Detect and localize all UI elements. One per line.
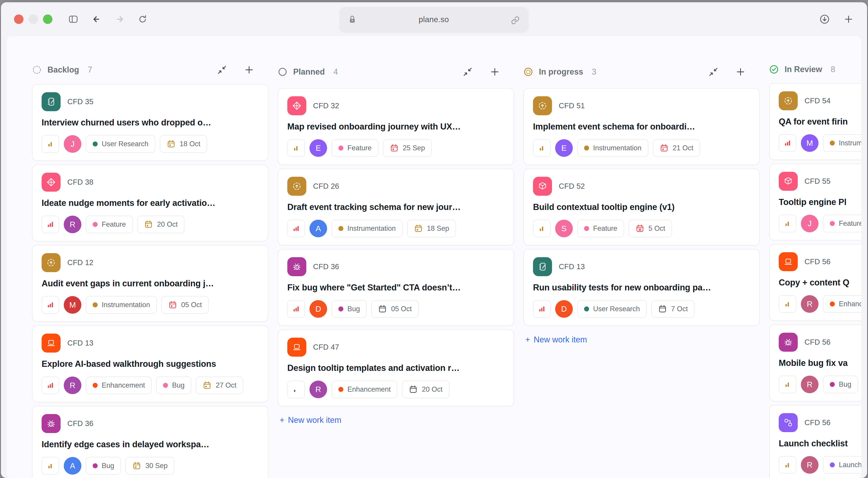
priority-chip[interactable] [533,139,551,157]
assignee-avatar[interactable]: A [309,220,327,237]
work-item-card[interactable]: CFD 13Run usability tests for new onboar… [524,249,760,326]
priority-chip[interactable] [287,139,305,157]
add-work-item-button[interactable] [735,67,746,77]
due-date-chip[interactable]: 20 Oct [402,381,449,398]
assignee-avatar[interactable]: E [555,139,573,157]
label-chip[interactable]: Feature [577,220,624,237]
priority-chip[interactable] [41,135,59,153]
priority-chip[interactable] [287,300,305,318]
priority-chip[interactable] [779,456,796,474]
label-chip[interactable]: Instrumentation [823,134,861,152]
url-text[interactable]: plane.so [357,15,510,24]
work-item-card[interactable]: CFD 35Interview churned users who droppe… [32,84,268,161]
work-item-card[interactable]: CFD 38Ideate nudge moments for early act… [32,164,268,242]
priority-chip[interactable] [41,457,59,475]
priority-chip[interactable] [779,134,796,152]
download-icon[interactable] [819,14,830,25]
add-work-item-button[interactable] [490,67,500,77]
reload-icon[interactable] [138,14,149,25]
priority-chip[interactable] [779,295,796,313]
work-item-card[interactable]: CFD 54QA for event firinMInstrumentation [769,83,861,160]
collapse-column-button[interactable] [463,67,473,77]
work-item-card[interactable]: CFD 52Build contextual tooltip engine (v… [524,169,760,246]
back-icon[interactable] [91,14,102,25]
work-item-card[interactable]: CFD 56Launch checklistRLaunch [769,405,861,478]
label-chip[interactable]: Bug [823,376,858,393]
assignee-avatar[interactable]: R [801,456,818,474]
new-tab-icon[interactable] [843,14,854,25]
assignee-avatar[interactable]: D [309,300,327,318]
label-chip[interactable]: Bug [332,300,367,318]
work-item-card[interactable]: CFD 55Tooltip engine PlJFeature [769,164,861,241]
assignee-avatar[interactable]: J [64,135,81,153]
due-date-chip[interactable]: 30 Sep [125,457,174,475]
work-item-card[interactable]: CFD 51Implement event schema for onboard… [524,88,760,165]
label-chip[interactable]: Enhancement [823,295,861,313]
label-chip[interactable]: Instrumentation [332,220,403,237]
collapse-column-button[interactable] [708,67,719,77]
assignee-avatar[interactable]: E [309,139,327,157]
new-work-item-button[interactable]: +New work item [278,415,514,425]
due-date-chip[interactable]: 27 Oct [196,377,243,394]
assignee-avatar[interactable]: D [555,300,573,318]
priority-chip[interactable] [533,220,551,237]
priority-chip[interactable] [533,300,551,318]
label-chip[interactable]: Enhancement [86,377,152,394]
assignee-avatar[interactable]: S [555,220,573,237]
link-icon[interactable] [510,14,521,24]
label-chip[interactable]: Feature [86,216,133,233]
close-window-button[interactable] [14,14,24,24]
label-chip[interactable]: Bug [156,377,191,394]
work-item-card[interactable]: CFD 32Map revised onboarding journey wit… [278,88,514,165]
work-item-card[interactable]: CFD 12Audit event gaps in current onboar… [32,245,268,322]
add-work-item-button[interactable] [244,65,254,75]
label-chip[interactable]: Bug [86,457,121,475]
assignee-avatar[interactable]: R [801,376,818,393]
due-date-chip[interactable]: 20 Oct [137,216,184,233]
priority-chip[interactable] [41,216,59,233]
due-date-chip[interactable]: 21 Oct [653,139,700,157]
due-date-chip[interactable]: 05 Oct [371,300,418,318]
priority-chip[interactable] [41,296,59,314]
zoom-window-button[interactable] [43,14,53,24]
due-date-chip[interactable]: 5 Oct [629,220,672,237]
work-item-card[interactable]: CFD 56Mobile bug fix vaRBug [769,324,861,402]
work-item-card[interactable]: CFD 36Identify edge cases in delayed wor… [32,406,268,478]
sidebar-toggle-icon[interactable] [68,14,79,25]
priority-chip[interactable] [779,215,796,232]
collapse-column-button[interactable] [217,65,227,75]
label-chip[interactable]: Enhancement [332,381,397,398]
label-chip[interactable]: Instrumentation [577,139,648,157]
assignee-avatar[interactable]: R [64,216,81,233]
work-item-card[interactable]: CFD 13Explore AI-based walkthrough sugge… [32,325,268,402]
forward-icon[interactable] [114,14,125,25]
due-date-chip[interactable]: 18 Oct [160,135,207,153]
address-bar[interactable]: plane.so [340,7,528,32]
new-work-item-button[interactable]: +New work item [524,335,760,344]
label-chip[interactable]: User Research [577,300,647,318]
assignee-avatar[interactable]: M [801,134,818,152]
work-item-card[interactable]: CFD 36Fix bug where "Get Started" CTA do… [278,249,514,326]
label-chip[interactable]: Instrumentation [86,296,157,314]
assignee-avatar[interactable]: R [801,295,818,313]
work-item-card[interactable]: CFD 26Draft event tracking schema for ne… [278,169,514,246]
assignee-avatar[interactable]: M [64,296,81,314]
assignee-avatar[interactable]: A [64,457,81,475]
minimize-window-button[interactable] [29,14,38,24]
work-item-card[interactable]: CFD 56Copy + content QREnhancement [769,244,861,321]
priority-chip[interactable] [287,381,305,398]
due-date-chip[interactable]: 25 Sep [383,139,432,157]
priority-chip[interactable] [41,377,59,394]
due-date-chip[interactable]: 05 Oct [161,296,209,314]
priority-chip[interactable] [287,220,305,237]
label-chip[interactable]: Launch [823,456,861,474]
label-chip[interactable]: Feature [332,139,378,157]
label-chip[interactable]: User Research [86,135,155,153]
due-date-chip[interactable]: 18 Sep [407,220,456,237]
due-date-chip[interactable]: 7 Oct [651,300,694,318]
assignee-avatar[interactable]: J [801,215,818,232]
assignee-avatar[interactable]: R [64,377,81,394]
assignee-avatar[interactable]: R [309,381,327,398]
priority-chip[interactable] [779,376,796,393]
work-item-card[interactable]: CFD 47Design tooltip templates and activ… [278,329,514,406]
